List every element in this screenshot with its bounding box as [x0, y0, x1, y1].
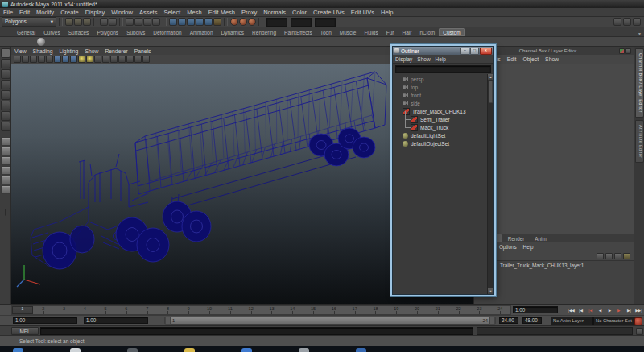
play-backwards-button[interactable]: ◀ — [596, 306, 605, 315]
step-forward-frame-button[interactable]: ▶| — [625, 306, 634, 315]
viewport-menu-item[interactable]: Panels — [131, 48, 155, 54]
shelf-tab[interactable]: Rendering — [248, 28, 280, 36]
go-to-range-start-button[interactable]: |◀◀ — [567, 306, 576, 315]
resolution-gate-icon[interactable] — [110, 56, 118, 63]
use-all-lights-icon[interactable] — [78, 56, 85, 63]
script-editor-icon[interactable] — [636, 328, 643, 335]
layer-editor-tab[interactable]: Anim — [530, 234, 551, 242]
snap-grid-icon[interactable] — [169, 18, 177, 26]
viewport-menu-item[interactable]: View — [11, 48, 30, 54]
snap-view-plane-icon[interactable] — [204, 18, 213, 26]
manipulator-icon[interactable] — [619, 48, 625, 54]
outliner-item[interactable]: defaultObjectSet — [393, 139, 488, 147]
input-field-z[interactable] — [315, 18, 336, 27]
timeline-frame[interactable]: 10 — [199, 306, 220, 314]
timeline-frame[interactable]: 14 — [282, 306, 303, 314]
browser-icon[interactable] — [70, 348, 80, 352]
timeline-frame[interactable]: 3 — [54, 306, 75, 314]
outliner-scrollbar[interactable]: ▲ ▼ — [487, 74, 493, 294]
close-button[interactable]: ✕ — [480, 48, 492, 55]
menu-item[interactable]: File — [0, 9, 16, 16]
select-asset-icon[interactable] — [152, 18, 160, 26]
paint-select-tool-icon[interactable] — [1, 69, 10, 79]
menu-item[interactable]: Create — [57, 9, 82, 16]
outliner-item[interactable]: top — [393, 83, 488, 91]
menu-item[interactable]: Assets — [136, 9, 161, 16]
soft-modification-icon[interactable] — [1, 122, 10, 131]
toggle-attribute-editor-icon[interactable] — [613, 18, 621, 26]
timeline-frame[interactable]: 2 — [33, 306, 54, 314]
shelf-tab[interactable]: Subdivs — [122, 28, 149, 36]
timeline-frame[interactable]: 15 — [303, 306, 324, 314]
shelf-tab[interactable]: Hair — [398, 28, 415, 36]
playback-start-field[interactable] — [84, 317, 148, 324]
timeline-frame[interactable]: 24 — [489, 306, 510, 314]
app-window-2-icon[interactable] — [242, 348, 252, 352]
timeline-frame[interactable]: 4 — [74, 306, 95, 314]
app-window-4-icon[interactable] — [356, 348, 366, 352]
render-current-frame-icon[interactable] — [230, 18, 238, 26]
animation-end-field[interactable] — [522, 317, 542, 324]
shelf-tab[interactable]: Curves — [39, 28, 64, 36]
save-scene-icon[interactable] — [83, 18, 91, 26]
timeline-frame[interactable]: 18 — [365, 306, 386, 314]
select-component-icon[interactable] — [143, 18, 151, 26]
new-empty-layer-icon[interactable] — [614, 253, 621, 259]
minimize-button[interactable]: – — [460, 48, 469, 55]
menu-item[interactable]: Color — [289, 9, 310, 16]
viewport-menu-item[interactable]: Show — [81, 48, 101, 54]
snap-point-icon[interactable] — [187, 18, 195, 26]
bookmark-icon[interactable] — [38, 56, 45, 63]
rotate-tool-icon[interactable] — [1, 90, 10, 100]
shelf-tab[interactable]: Dynamics — [217, 28, 249, 36]
menu-item[interactable]: Edit — [16, 9, 33, 16]
shelf-tab[interactable]: Muscle — [336, 28, 361, 36]
select-tool-icon[interactable] — [1, 48, 10, 58]
shelf-tab[interactable]: Fluids — [360, 28, 382, 36]
playback-end-field[interactable] — [499, 317, 518, 324]
scrollbar-thumb[interactable] — [489, 81, 493, 103]
playback-range-bar[interactable]: 1 24 — [164, 317, 496, 325]
channel-box-menu-item[interactable]: Edit — [504, 56, 520, 62]
timeline-frame[interactable]: 8 — [158, 306, 179, 314]
persp-outliner-layout-icon[interactable] — [1, 166, 10, 175]
outliner-item[interactable]: side — [393, 99, 488, 107]
explorer-icon[interactable] — [184, 348, 195, 352]
camera-attributes-icon[interactable] — [30, 56, 37, 63]
outliner-menu-item[interactable]: Help — [433, 56, 448, 62]
shelf-tab[interactable]: Toon — [316, 28, 336, 36]
select-object-icon[interactable] — [134, 18, 142, 26]
open-scene-icon[interactable] — [74, 18, 82, 26]
channel-box-menu-item[interactable]: Show — [542, 56, 562, 62]
timeline-frame[interactable]: 5 — [95, 306, 116, 314]
timeline-frame[interactable]: 16 — [324, 306, 345, 314]
menu-item[interactable]: Display — [82, 9, 109, 16]
universal-manipulator-icon[interactable] — [1, 111, 10, 121]
outliner-item[interactable]: Mack_Truck — [393, 123, 488, 131]
image-plane-icon[interactable] — [46, 56, 53, 63]
screen-ao-icon[interactable] — [94, 56, 101, 63]
menu-item[interactable]: Help — [378, 9, 396, 16]
select-camera-icon[interactable] — [14, 56, 21, 63]
textured-icon[interactable] — [70, 56, 77, 63]
select-hierarchy-icon[interactable] — [126, 18, 134, 26]
scroll-down-icon[interactable]: ▼ — [488, 288, 493, 294]
anim-layer-dropdown[interactable]: No Anim Layer — [551, 317, 593, 325]
shelf-menu-icon[interactable]: ▾ — [638, 31, 641, 36]
pencil-icon[interactable] — [625, 48, 631, 54]
persp-graph-layout-icon[interactable] — [1, 176, 10, 184]
channel-box-menu-item[interactable]: Object — [519, 56, 542, 62]
menu-item[interactable]: Proxy — [238, 9, 260, 16]
redo-icon[interactable] — [109, 18, 117, 26]
timeline-frame[interactable]: 17 — [345, 306, 365, 314]
last-panel-icon[interactable] — [5, 209, 6, 216]
mel-command-input[interactable] — [40, 327, 473, 335]
title-bar[interactable]: Autodesk Maya 2011 x64: untitled* — [0, 0, 644, 8]
step-back-key-button[interactable]: |◀ — [586, 306, 595, 315]
shelf-tab[interactable]: General — [13, 28, 39, 36]
menu-set-dropdown[interactable]: Polygons ▾ — [2, 17, 56, 27]
toggle-channel-box-icon[interactable] — [633, 18, 641, 26]
smooth-shade-icon[interactable] — [62, 56, 69, 63]
snap-projected-center-icon[interactable] — [196, 18, 204, 26]
sphere-shelf-icon[interactable] — [37, 38, 45, 46]
